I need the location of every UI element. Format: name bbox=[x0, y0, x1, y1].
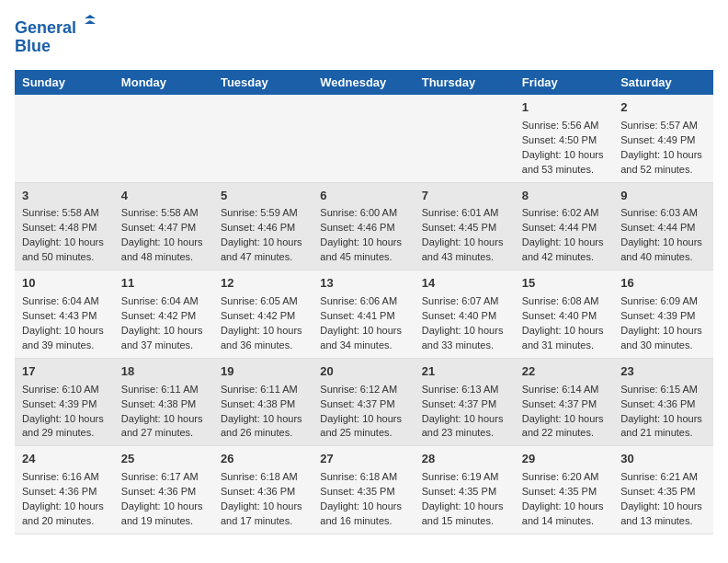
day-info: Sunrise: 6:20 AM Sunset: 4:35 PM Dayligh… bbox=[522, 470, 606, 529]
day-info: Sunrise: 6:18 AM Sunset: 4:36 PM Dayligh… bbox=[221, 470, 305, 529]
col-header-saturday: Saturday bbox=[613, 70, 713, 95]
day-info: Sunrise: 5:59 AM Sunset: 4:46 PM Dayligh… bbox=[221, 206, 305, 265]
calendar-cell bbox=[213, 95, 313, 182]
day-info: Sunrise: 6:03 AM Sunset: 4:44 PM Dayligh… bbox=[620, 206, 706, 265]
day-info: Sunrise: 6:15 AM Sunset: 4:36 PM Dayligh… bbox=[620, 383, 706, 442]
calendar-cell: 23Sunrise: 6:15 AM Sunset: 4:36 PM Dayli… bbox=[613, 358, 713, 446]
day-number: 11 bbox=[121, 275, 206, 293]
day-number: 2 bbox=[620, 99, 706, 117]
calendar-cell: 30Sunrise: 6:21 AM Sunset: 4:35 PM Dayli… bbox=[613, 446, 713, 534]
svg-text:General: General bbox=[15, 18, 76, 37]
day-info: Sunrise: 6:18 AM Sunset: 4:35 PM Dayligh… bbox=[320, 470, 406, 529]
day-info: Sunrise: 5:57 AM Sunset: 4:49 PM Dayligh… bbox=[620, 119, 706, 178]
day-info: Sunrise: 6:13 AM Sunset: 4:37 PM Dayligh… bbox=[422, 383, 507, 442]
calendar-cell: 21Sunrise: 6:13 AM Sunset: 4:37 PM Dayli… bbox=[415, 358, 515, 446]
calendar-cell: 10Sunrise: 6:04 AM Sunset: 4:43 PM Dayli… bbox=[15, 270, 114, 359]
svg-marker-3 bbox=[85, 20, 96, 24]
day-number: 24 bbox=[22, 451, 107, 468]
week-row-2: 3Sunrise: 5:58 AM Sunset: 4:48 PM Daylig… bbox=[15, 182, 713, 270]
calendar-cell: 18Sunrise: 6:11 AM Sunset: 4:38 PM Dayli… bbox=[114, 358, 213, 446]
day-info: Sunrise: 6:08 AM Sunset: 4:40 PM Dayligh… bbox=[522, 294, 606, 353]
day-number: 6 bbox=[320, 188, 406, 205]
week-row-4: 17Sunrise: 6:10 AM Sunset: 4:39 PM Dayli… bbox=[15, 358, 713, 446]
day-number: 16 bbox=[620, 275, 706, 293]
day-info: Sunrise: 6:04 AM Sunset: 4:43 PM Dayligh… bbox=[22, 294, 107, 353]
calendar-cell: 17Sunrise: 6:10 AM Sunset: 4:39 PM Dayli… bbox=[15, 358, 114, 446]
calendar-cell: 19Sunrise: 6:11 AM Sunset: 4:38 PM Dayli… bbox=[213, 358, 313, 446]
calendar-cell: 27Sunrise: 6:18 AM Sunset: 4:35 PM Dayli… bbox=[313, 446, 414, 534]
day-number: 30 bbox=[620, 451, 706, 468]
day-info: Sunrise: 6:16 AM Sunset: 4:36 PM Dayligh… bbox=[22, 470, 107, 529]
day-info: Sunrise: 6:17 AM Sunset: 4:36 PM Dayligh… bbox=[121, 470, 206, 529]
day-number: 4 bbox=[121, 188, 206, 205]
day-info: Sunrise: 6:02 AM Sunset: 4:44 PM Dayligh… bbox=[522, 206, 606, 265]
day-info: Sunrise: 6:01 AM Sunset: 4:45 PM Dayligh… bbox=[422, 206, 507, 265]
day-number: 1 bbox=[522, 99, 606, 117]
day-info: Sunrise: 6:11 AM Sunset: 4:38 PM Dayligh… bbox=[221, 383, 305, 442]
calendar-cell: 13Sunrise: 6:06 AM Sunset: 4:41 PM Dayli… bbox=[313, 270, 414, 359]
calendar-cell: 8Sunrise: 6:02 AM Sunset: 4:44 PM Daylig… bbox=[515, 182, 613, 270]
day-info: Sunrise: 6:04 AM Sunset: 4:42 PM Dayligh… bbox=[121, 294, 206, 353]
calendar-cell: 7Sunrise: 6:01 AM Sunset: 4:45 PM Daylig… bbox=[415, 182, 515, 270]
svg-text:Blue: Blue bbox=[15, 37, 51, 55]
logo: General Blue bbox=[15, 15, 97, 59]
svg-marker-2 bbox=[85, 15, 96, 18]
day-number: 21 bbox=[422, 363, 507, 381]
day-number: 10 bbox=[22, 275, 107, 293]
day-number: 29 bbox=[522, 451, 606, 468]
day-number: 9 bbox=[620, 188, 706, 205]
col-header-tuesday: Tuesday bbox=[213, 70, 313, 95]
day-info: Sunrise: 6:10 AM Sunset: 4:39 PM Dayligh… bbox=[22, 383, 107, 442]
col-header-monday: Monday bbox=[114, 70, 213, 95]
day-number: 20 bbox=[320, 363, 406, 381]
calendar-cell: 12Sunrise: 6:05 AM Sunset: 4:42 PM Dayli… bbox=[213, 270, 313, 359]
day-info: Sunrise: 6:19 AM Sunset: 4:35 PM Dayligh… bbox=[422, 470, 507, 529]
day-number: 3 bbox=[22, 188, 107, 205]
day-info: Sunrise: 6:12 AM Sunset: 4:37 PM Dayligh… bbox=[320, 383, 406, 442]
day-number: 19 bbox=[221, 363, 305, 381]
day-number: 5 bbox=[221, 188, 305, 205]
day-number: 14 bbox=[422, 275, 507, 293]
day-info: Sunrise: 6:09 AM Sunset: 4:39 PM Dayligh… bbox=[620, 294, 706, 353]
calendar-cell: 26Sunrise: 6:18 AM Sunset: 4:36 PM Dayli… bbox=[213, 446, 313, 534]
col-header-friday: Friday bbox=[515, 70, 613, 95]
day-info: Sunrise: 5:56 AM Sunset: 4:50 PM Dayligh… bbox=[522, 119, 606, 178]
day-info: Sunrise: 6:07 AM Sunset: 4:40 PM Dayligh… bbox=[422, 294, 507, 353]
calendar-cell bbox=[313, 95, 414, 182]
calendar-cell: 20Sunrise: 6:12 AM Sunset: 4:37 PM Dayli… bbox=[313, 358, 414, 446]
week-row-5: 24Sunrise: 6:16 AM Sunset: 4:36 PM Dayli… bbox=[15, 446, 713, 534]
calendar-cell: 11Sunrise: 6:04 AM Sunset: 4:42 PM Dayli… bbox=[114, 270, 213, 359]
day-number: 28 bbox=[422, 451, 507, 468]
col-header-thursday: Thursday bbox=[415, 70, 515, 95]
calendar-cell: 3Sunrise: 5:58 AM Sunset: 4:48 PM Daylig… bbox=[15, 182, 114, 270]
calendar-cell: 1Sunrise: 5:56 AM Sunset: 4:50 PM Daylig… bbox=[515, 95, 613, 182]
calendar-cell bbox=[15, 95, 114, 182]
day-number: 12 bbox=[221, 275, 305, 293]
day-number: 18 bbox=[121, 363, 206, 381]
day-info: Sunrise: 6:06 AM Sunset: 4:41 PM Dayligh… bbox=[320, 294, 406, 353]
day-number: 25 bbox=[121, 451, 206, 468]
day-number: 7 bbox=[422, 188, 507, 205]
calendar-cell: 4Sunrise: 5:58 AM Sunset: 4:47 PM Daylig… bbox=[114, 182, 213, 270]
calendar-cell: 9Sunrise: 6:03 AM Sunset: 4:44 PM Daylig… bbox=[613, 182, 713, 270]
day-number: 15 bbox=[522, 275, 606, 293]
col-header-sunday: Sunday bbox=[15, 70, 114, 95]
calendar-cell: 25Sunrise: 6:17 AM Sunset: 4:36 PM Dayli… bbox=[114, 446, 213, 534]
calendar-cell: 24Sunrise: 6:16 AM Sunset: 4:36 PM Dayli… bbox=[15, 446, 114, 534]
calendar-cell: 6Sunrise: 6:00 AM Sunset: 4:46 PM Daylig… bbox=[313, 182, 414, 270]
day-number: 22 bbox=[522, 363, 606, 381]
calendar-cell bbox=[415, 95, 515, 182]
day-number: 23 bbox=[620, 363, 706, 381]
week-row-3: 10Sunrise: 6:04 AM Sunset: 4:43 PM Dayli… bbox=[15, 270, 713, 359]
day-info: Sunrise: 6:05 AM Sunset: 4:42 PM Dayligh… bbox=[221, 294, 305, 353]
day-info: Sunrise: 5:58 AM Sunset: 4:48 PM Dayligh… bbox=[22, 206, 107, 265]
calendar-cell: 2Sunrise: 5:57 AM Sunset: 4:49 PM Daylig… bbox=[613, 95, 713, 182]
calendar-cell bbox=[114, 95, 213, 182]
day-number: 8 bbox=[522, 188, 606, 205]
day-info: Sunrise: 5:58 AM Sunset: 4:47 PM Dayligh… bbox=[121, 206, 206, 265]
day-info: Sunrise: 6:00 AM Sunset: 4:46 PM Dayligh… bbox=[320, 206, 406, 265]
calendar-cell: 14Sunrise: 6:07 AM Sunset: 4:40 PM Dayli… bbox=[415, 270, 515, 359]
day-info: Sunrise: 6:11 AM Sunset: 4:38 PM Dayligh… bbox=[121, 383, 206, 442]
day-info: Sunrise: 6:21 AM Sunset: 4:35 PM Dayligh… bbox=[620, 470, 706, 529]
col-header-wednesday: Wednesday bbox=[313, 70, 414, 95]
